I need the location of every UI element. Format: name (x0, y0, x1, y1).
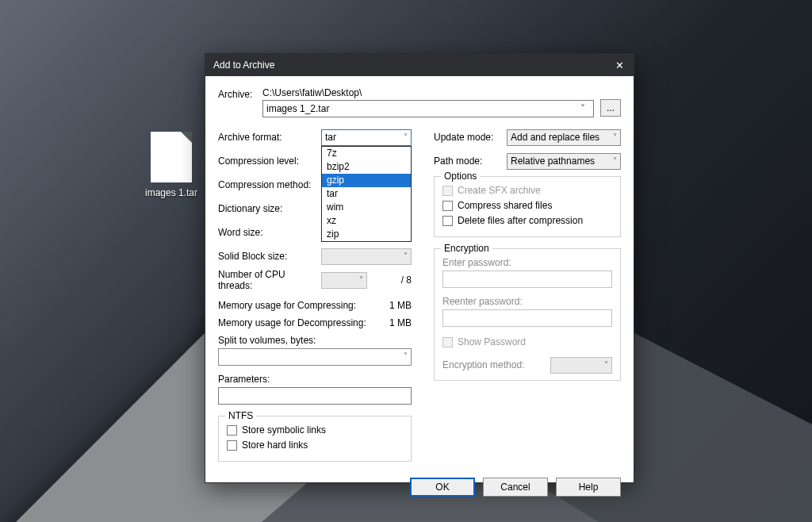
help-button[interactable]: Help (556, 478, 621, 497)
right-column: Update mode: Add and replace files ˅ Pat… (434, 129, 621, 462)
checkbox-icon (227, 440, 237, 451)
store-symlinks-checkbox[interactable]: Store symbolic links (227, 424, 403, 436)
solid-block-size-select: ˅ (321, 248, 412, 265)
format-option-7z[interactable]: 7z (322, 147, 411, 160)
archive-label: Archive: (218, 87, 256, 100)
cpu-threads-select: ˅ (321, 272, 367, 289)
dialog-title: Add to Archive (213, 59, 274, 71)
dictionary-size-label: Dictionary size: (218, 203, 321, 214)
reenter-password-input[interactable] (442, 309, 612, 327)
ok-label: OK (435, 482, 449, 493)
browse-label: ... (607, 102, 615, 113)
format-option-bzip2[interactable]: bzip2 (322, 160, 411, 174)
browse-button[interactable]: ... (600, 99, 621, 117)
desktop-file-label: images 1.tar (138, 187, 205, 198)
checkbox-icon (442, 216, 453, 226)
archive-format-select[interactable]: tar ˅ 7z bzip2 gzip tar wim xz zip (321, 129, 412, 146)
chevron-down-icon: ˅ (359, 275, 363, 284)
chevron-down-icon: ˅ (404, 251, 408, 260)
split-volumes-input[interactable]: ˅ (218, 348, 412, 366)
archive-filename-input[interactable]: images 1_2.tar ˅ (262, 100, 594, 117)
cpu-threads-total: / 8 (367, 274, 412, 286)
mem-compress-label: Memory usage for Compressing: (218, 300, 372, 311)
reenter-password-label: Reenter password: (442, 296, 612, 307)
path-mode-label: Path mode: (434, 155, 507, 167)
compress-shared-label: Compress shared files (458, 200, 552, 211)
checkbox-icon (227, 425, 237, 436)
delete-after-checkbox[interactable]: Delete files after compression (442, 215, 612, 226)
enter-password-label: Enter password: (442, 257, 612, 268)
options-caption: Options (441, 171, 480, 182)
enter-password-input[interactable] (442, 271, 612, 288)
ntfs-caption: NTFS (225, 410, 256, 421)
store-symlinks-label: Store symbolic links (242, 424, 326, 436)
chevron-down-icon[interactable]: ˅ (576, 103, 590, 114)
update-mode-value: Add and replace files (511, 132, 599, 143)
store-hardlinks-label: Store hard links (242, 439, 308, 451)
encryption-group: Encryption Enter password: Reenter passw… (434, 248, 621, 381)
split-volumes-label: Split to volumes, bytes: (218, 335, 412, 346)
help-label: Help (579, 482, 599, 493)
create-sfx-checkbox: Create SFX archive (442, 185, 612, 196)
format-option-tar[interactable]: tar (322, 187, 411, 201)
parameters-label: Parameters: (218, 374, 412, 385)
archive-format-dropdown: 7z bzip2 gzip tar wim xz zip (321, 146, 412, 242)
checkbox-icon (442, 186, 453, 196)
dialog-body: Archive: C:\Users\fatiw\Desktop\ images … (205, 76, 634, 470)
archive-format-value: tar (325, 132, 336, 143)
word-size-label: Word size: (218, 227, 321, 238)
desktop-file-icon[interactable]: images 1.tar (138, 132, 205, 198)
encryption-method-select: ˅ (550, 357, 612, 374)
solid-block-size-label: Solid Block size: (218, 251, 321, 262)
encryption-method-label: Encryption method: (442, 359, 550, 370)
cancel-label: Cancel (500, 482, 530, 493)
show-password-checkbox: Show Password (442, 336, 612, 347)
add-to-archive-dialog: Add to Archive ✕ Archive: C:\Users\fatiw… (205, 53, 634, 483)
update-mode-select[interactable]: Add and replace files ˅ (507, 129, 621, 146)
compression-method-label: Compression method: (218, 179, 321, 190)
checkbox-icon (442, 201, 453, 211)
options-group: Options Create SFX archive Compress shar… (434, 176, 621, 237)
format-option-xz[interactable]: xz (322, 214, 411, 228)
parameters-input[interactable] (218, 387, 412, 405)
file-icon (151, 132, 192, 182)
archive-filename-value: images 1_2.tar (266, 103, 576, 114)
compression-level-label: Compression level: (218, 155, 321, 167)
ok-button[interactable]: OK (410, 478, 475, 497)
chevron-down-icon: ˅ (613, 156, 617, 165)
archive-format-label: Archive format: (218, 132, 321, 143)
chevron-down-icon: ˅ (404, 132, 408, 141)
create-sfx-label: Create SFX archive (458, 185, 541, 196)
archive-path-text: C:\Users\fatiw\Desktop\ (262, 87, 594, 98)
mem-compress-value: 1 MB (372, 300, 412, 311)
close-icon[interactable]: ✕ (613, 59, 626, 71)
format-option-gzip[interactable]: gzip (322, 174, 411, 187)
checkbox-icon (442, 337, 453, 347)
delete-after-label: Delete files after compression (458, 215, 583, 226)
show-password-label: Show Password (458, 336, 526, 347)
store-hardlinks-checkbox[interactable]: Store hard links (227, 439, 403, 451)
update-mode-label: Update mode: (434, 132, 507, 143)
chevron-down-icon: ˅ (604, 360, 608, 369)
desktop-background: images 1.tar Add to Archive ✕ Archive: C… (0, 0, 812, 522)
encryption-caption: Encryption (441, 243, 492, 254)
format-option-wim[interactable]: wim (322, 201, 411, 214)
mem-decompress-label: Memory usage for Decompressing: (218, 317, 372, 328)
format-option-zip[interactable]: zip (322, 228, 411, 241)
path-mode-select[interactable]: Relative pathnames ˅ (507, 153, 621, 170)
titlebar[interactable]: Add to Archive ✕ (205, 54, 634, 76)
compress-shared-checkbox[interactable]: Compress shared files (442, 200, 612, 211)
mem-decompress-value: 1 MB (372, 317, 412, 328)
left-column: Archive format: tar ˅ 7z bzip2 gzip tar … (218, 129, 412, 462)
cpu-threads-label: Number of CPU threads: (218, 269, 321, 291)
ntfs-group: NTFS Store symbolic links Store hard lin… (218, 416, 412, 462)
cancel-button[interactable]: Cancel (483, 478, 548, 497)
chevron-down-icon[interactable]: ˅ (404, 351, 408, 360)
path-mode-value: Relative pathnames (511, 155, 595, 167)
dialog-button-row: OK Cancel Help (205, 470, 634, 508)
chevron-down-icon: ˅ (613, 132, 617, 141)
